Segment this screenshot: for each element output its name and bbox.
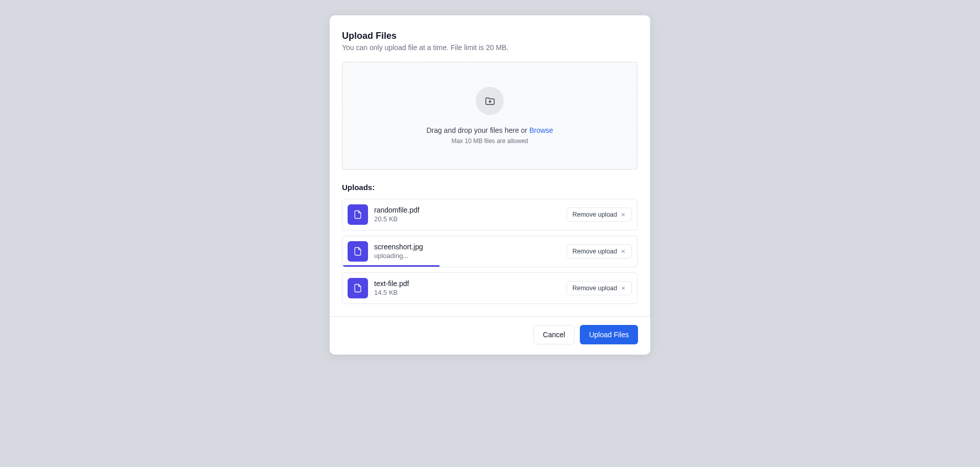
dropzone-text: Drag and drop your files here or Browse <box>426 126 553 134</box>
remove-upload-label: Remove upload <box>572 211 617 218</box>
uploads-list: randomfile.pdf 20.5 KB Remove upload scr… <box>342 199 638 304</box>
modal-body: Upload Files You can only upload file at… <box>330 15 650 316</box>
file-name: randomfile.pdf <box>374 205 567 215</box>
upload-folder-icon <box>476 87 504 115</box>
file-info: text-file.pdf 14.5 KB <box>374 279 567 297</box>
remove-upload-button[interactable]: Remove upload <box>567 281 632 295</box>
file-icon <box>348 278 368 298</box>
uploads-title: Uploads: <box>342 183 638 192</box>
upload-progress-bar <box>342 265 439 267</box>
file-size: 20.5 KB <box>374 215 567 224</box>
file-icon <box>348 204 368 225</box>
file-icon <box>348 241 368 262</box>
remove-upload-label: Remove upload <box>572 248 617 255</box>
upload-item: screenshort.jpg uploading... Remove uplo… <box>342 236 638 267</box>
remove-upload-label: Remove upload <box>572 285 617 292</box>
file-size: 14.5 KB <box>374 289 567 297</box>
file-info: randomfile.pdf 20.5 KB <box>374 205 567 223</box>
remove-upload-button[interactable]: Remove upload <box>567 207 632 222</box>
close-icon <box>620 212 626 218</box>
upload-item: randomfile.pdf 20.5 KB Remove upload <box>342 199 638 230</box>
close-icon <box>620 248 626 254</box>
close-icon <box>620 285 626 291</box>
modal-title: Upload Files <box>342 31 638 41</box>
file-name: text-file.pdf <box>374 279 567 288</box>
browse-link[interactable]: Browse <box>529 126 553 134</box>
dropzone-text-prefix: Drag and drop your files here or <box>426 126 529 134</box>
file-status: uploading... <box>374 252 567 261</box>
remove-upload-button[interactable]: Remove upload <box>567 244 632 259</box>
dropzone-hint: Max 10 MB files are allowed <box>451 137 528 145</box>
upload-modal: Upload Files You can only upload file at… <box>330 15 650 355</box>
dropzone[interactable]: Drag and drop your files here or Browse … <box>342 62 638 170</box>
file-info: screenshort.jpg uploading... <box>374 242 567 260</box>
upload-files-button[interactable]: Upload Files <box>580 325 638 344</box>
upload-item: text-file.pdf 14.5 KB Remove upload <box>342 272 638 304</box>
cancel-button[interactable]: Cancel <box>533 325 575 344</box>
file-name: screenshort.jpg <box>374 242 567 251</box>
modal-footer: Cancel Upload Files <box>330 316 650 355</box>
modal-subtitle: You can only upload file at a time. File… <box>342 43 638 52</box>
